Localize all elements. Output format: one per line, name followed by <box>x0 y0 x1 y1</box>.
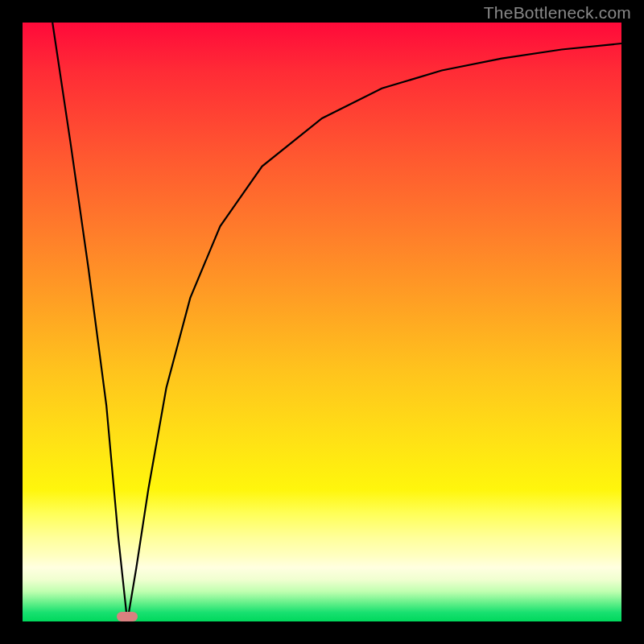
plot-area <box>23 23 621 621</box>
bottleneck-curve <box>23 23 621 621</box>
chart-frame: TheBottleneck.com <box>0 0 644 644</box>
watermark-text: TheBottleneck.com <box>484 3 631 23</box>
optimum-marker <box>117 612 138 621</box>
